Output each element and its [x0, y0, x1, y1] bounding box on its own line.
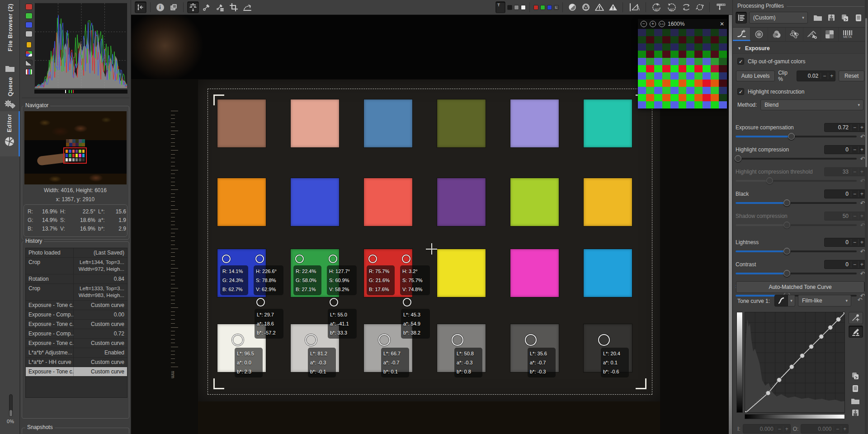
histogram-chroma-toggle[interactable]	[26, 42, 32, 48]
slider-track[interactable]	[736, 158, 857, 160]
channel-luma-swatch[interactable]: L	[554, 5, 559, 10]
curve-reset-button[interactable]: ↶	[857, 297, 863, 303]
tab-advanced[interactable]	[786, 28, 803, 41]
exposure-section-header[interactable]: ▼ Exposure	[733, 42, 868, 54]
channel-green-swatch[interactable]	[540, 5, 545, 10]
spin-plus[interactable]: +	[858, 124, 865, 131]
picker-circle[interactable]	[525, 334, 537, 346]
slider-track[interactable]	[736, 224, 857, 226]
auto-matched-tone-curve-button[interactable]: Auto-Matched Tone Curve	[736, 281, 864, 293]
zoom-one-to-one-icon[interactable]: 1:1	[659, 21, 665, 27]
slider-spinner[interactable]: 0−+	[824, 260, 866, 269]
zoom-in-icon[interactable]: +	[650, 21, 656, 27]
straighten-tool-button[interactable]	[241, 1, 253, 13]
tone-curve-editor[interactable]	[745, 312, 845, 413]
curve-paste-button[interactable]	[849, 382, 861, 394]
picker-circle[interactable]	[255, 255, 264, 263]
preview-focus-mask-button[interactable]	[627, 1, 642, 13]
slider-spinner[interactable]: 33−+	[824, 167, 866, 176]
spin-minus[interactable]: −	[851, 146, 858, 153]
canvas-zoom-slider[interactable]	[9, 394, 13, 417]
picker-circle[interactable]	[232, 334, 244, 346]
channel-red-swatch[interactable]	[533, 5, 538, 10]
picker-circle[interactable]	[329, 255, 337, 263]
image-canvas[interactable]: mm R: 14.1%G: 24.3%B: 62.7%H: 226.6°S: 7…	[131, 15, 729, 434]
picker-circle[interactable]	[295, 255, 304, 263]
slider-track[interactable]	[736, 273, 857, 274]
history-row[interactable]: L*a*b* - HH curveCustom curve	[26, 358, 127, 367]
tab-color[interactable]	[768, 28, 786, 41]
bg-black-swatch[interactable]	[507, 5, 512, 10]
spin-minus[interactable]: −	[851, 124, 858, 131]
slider-track[interactable]	[736, 180, 857, 182]
pencil-tool-button[interactable]	[849, 326, 863, 338]
load-profile-button[interactable]	[812, 12, 824, 24]
navigator-thumbnail[interactable]	[24, 111, 127, 184]
image-info-button[interactable]: i	[154, 1, 166, 13]
edit-point-tool-button[interactable]	[849, 312, 863, 324]
spin-minus[interactable]: −	[851, 261, 858, 268]
histogram-curve-mode-toggle[interactable]	[25, 60, 33, 66]
history-row[interactable]: Exposure - Tone c...Custom curve	[26, 301, 127, 310]
curve-type-button[interactable]: ▾	[774, 295, 795, 307]
curve-mode-select[interactable]: Film-like ▾	[798, 295, 851, 307]
picker-circle[interactable]	[330, 298, 338, 307]
lockable-picker-button[interactable]	[713, 1, 729, 13]
picker-circle[interactable]	[403, 298, 411, 307]
picker-circle[interactable]	[305, 334, 317, 346]
paste-profile-button[interactable]	[853, 12, 864, 24]
history-row[interactable]: Rotation0.84	[26, 274, 127, 284]
slider-knob[interactable]	[788, 133, 795, 140]
history-row[interactable]: Exposure - Tone c...Custom curve	[26, 320, 127, 329]
shadow-clipping-button[interactable]	[594, 1, 605, 13]
highlight-clipping-button[interactable]	[607, 1, 619, 13]
slider-spinner[interactable]: 0−+	[824, 238, 866, 247]
picker-circle[interactable]	[256, 298, 265, 307]
spin-plus[interactable]: +	[858, 146, 865, 153]
histogram-red-toggle[interactable]	[25, 4, 33, 10]
tab-transform[interactable]	[803, 28, 821, 41]
slider-knob[interactable]	[783, 199, 790, 206]
hand-tool-button[interactable]	[187, 1, 199, 13]
histogram-rgb-toggle[interactable]	[25, 51, 33, 57]
picker-circle[interactable]	[598, 334, 610, 346]
slider-track[interactable]	[736, 136, 857, 137]
tab-editor[interactable]: Editor	[0, 111, 20, 156]
white-balance-picker-button[interactable]	[214, 1, 226, 13]
copy-profile-button[interactable]	[840, 12, 851, 24]
history-row[interactable]: Exposure - Comp...0.00	[26, 310, 127, 320]
slider-track[interactable]	[736, 250, 857, 252]
gamut-check-button[interactable]	[580, 1, 592, 13]
method-select[interactable]: Blend ▾	[760, 99, 863, 110]
history-row[interactable]: Photo loaded(Last Saved)	[26, 248, 127, 258]
history-row[interactable]: Exposure - Tone c...Custom curve	[26, 367, 127, 377]
history-row[interactable]: Exposure - Comp...0.72	[26, 329, 127, 339]
clip-percent-spinner[interactable]: 0.02 −+	[797, 71, 835, 81]
histogram-luma-toggle[interactable]	[25, 31, 33, 37]
curve-load-button[interactable]	[849, 395, 861, 407]
navigator-view-rect[interactable]	[63, 147, 87, 164]
flip-vertical-button[interactable]	[694, 1, 706, 13]
curve-copy-button[interactable]	[849, 370, 861, 382]
slider-knob[interactable]	[783, 222, 790, 228]
reset-exposure-button[interactable]: Reset	[839, 71, 864, 81]
history-row[interactable]: CropLeft=1344, Top=3... Width=972, Heigh…	[26, 258, 127, 274]
tab-exposure[interactable]	[733, 28, 750, 41]
picker-circle[interactable]	[402, 255, 410, 263]
spin-plus[interactable]: +	[858, 213, 865, 219]
before-after-button[interactable]	[168, 1, 179, 13]
rotate-left-90-button[interactable]: 90°	[650, 1, 663, 13]
slider-spinner[interactable]: 0.72−+	[824, 123, 866, 132]
background-color-toggle[interactable]: T	[495, 1, 505, 13]
spin-plus[interactable]: +	[858, 169, 865, 175]
color-picker-tool-button[interactable]	[201, 1, 212, 13]
histogram-bar-mode-toggle[interactable]	[25, 69, 33, 75]
picker-circle[interactable]	[222, 255, 231, 263]
tab-raw[interactable]	[821, 28, 839, 41]
close-icon[interactable]: ✕	[720, 21, 724, 27]
spin-plus[interactable]: +	[858, 191, 865, 197]
bg-gray-swatch[interactable]	[514, 5, 519, 10]
flip-horizontal-button[interactable]	[680, 1, 692, 13]
histogram-blue-toggle[interactable]	[25, 22, 33, 28]
spin-minus[interactable]: −	[851, 239, 858, 245]
